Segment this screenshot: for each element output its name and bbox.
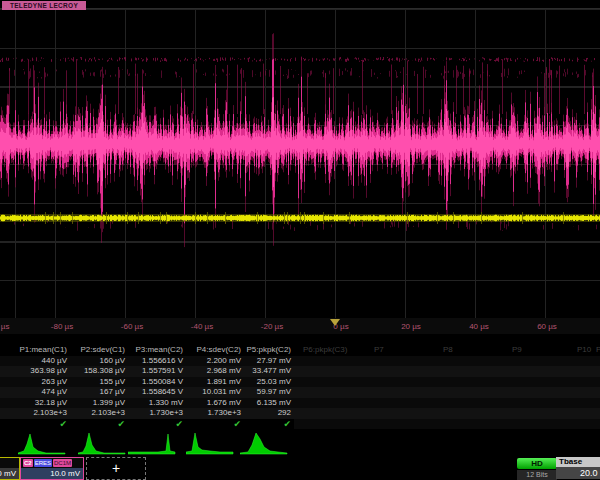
- table-cell: 1.557591 V: [128, 366, 186, 377]
- timeline-tick-label: 20 µs: [381, 322, 441, 331]
- timeline-tick-label: 40 µs: [449, 322, 509, 331]
- bit-depth-label: 12 Bits: [517, 470, 557, 480]
- table-cell: 1.676 mV: [186, 398, 244, 409]
- timebase-title: Tbase: [556, 457, 600, 467]
- table-cell: ✔: [0, 419, 70, 430]
- table-cell: 32.18 µV: [0, 398, 70, 409]
- table-cell: 2.103e+3: [0, 408, 70, 419]
- inactive-param-header[interactable]: P7: [374, 345, 384, 354]
- descriptor-bar: C1 DC1M 10.0 mV C2 ERES DC1M 10.0 mV +: [0, 456, 600, 480]
- table-cell: 1.556616 V: [128, 356, 186, 367]
- table-cell[interactable]: P3:mean(C2): [128, 345, 186, 356]
- waveform-canvas: [0, 0, 600, 318]
- table-cell: 1.330 mV: [128, 398, 186, 409]
- timeline-tick-label: 0 µs: [311, 322, 371, 331]
- inactive-param-header[interactable]: P10: [577, 345, 591, 354]
- table-cell: 27.97 mV: [244, 356, 294, 367]
- timeline-ruler: -100 µs-80 µs-60 µs-40 µs-20 µs0 µs20 µs…: [0, 318, 600, 334]
- parameter-histicon[interactable]: [240, 430, 288, 456]
- table-cell: 1.558645 V: [128, 387, 186, 398]
- channel-c2-descriptor[interactable]: C2 ERES DC1M 10.0 mV: [20, 457, 84, 480]
- parameter-histicon[interactable]: [186, 430, 234, 456]
- table-row: 2.103e+32.103e+31.730e+31.730e+3292: [0, 408, 600, 419]
- table-cell: 363.98 µV: [0, 366, 70, 377]
- parameter-histicon[interactable]: [18, 430, 66, 456]
- table-cell[interactable]: P2:sdev(C1): [70, 345, 128, 356]
- table-cell: 10.031 mV: [186, 387, 244, 398]
- table-cell: ✔: [186, 419, 244, 430]
- timeline-tick-label: -40 µs: [172, 322, 232, 331]
- table-row: 474 µV167 µV1.558645 V10.031 mV59.97 mV: [0, 387, 600, 398]
- table-cell: 1.891 mV: [186, 377, 244, 388]
- table-status-row: ✔✔✔✔✔: [0, 419, 600, 430]
- channel-c1-descriptor[interactable]: C1 DC1M 10.0 mV: [0, 457, 20, 480]
- inactive-param-header[interactable]: P9: [512, 345, 522, 354]
- c2-vdiv-value: 10.0 mV: [21, 468, 83, 479]
- hd-mode-badge[interactable]: HD: [517, 458, 557, 469]
- plus-icon: +: [87, 458, 145, 479]
- table-cell: 474 µV: [0, 387, 70, 398]
- c1-vdiv-value: 10.0 mV: [0, 468, 19, 479]
- parameter-histicon[interactable]: [78, 430, 126, 456]
- histicon-row: [0, 430, 600, 456]
- table-cell: 1.550084 V: [128, 377, 186, 388]
- c2-coupling-badge: DC1M: [53, 459, 72, 467]
- timebase-descriptor[interactable]: Tbase 20.0 µs/div: [556, 457, 600, 479]
- table-cell: ✔: [128, 419, 186, 430]
- table-row: 363.98 µV158.308 µV1.557591 V2.968 mV33.…: [0, 366, 600, 377]
- table-header-row: P1:mean(C1)P2:sdev(C1)P3:mean(C2)P4:sdev…: [0, 345, 600, 356]
- c2-label: C2: [23, 459, 33, 467]
- inactive-param-header[interactable]: P6:pkpk(C3): [303, 345, 347, 354]
- table-row: 263 µV155 µV1.550084 V1.891 mV25.03 mV: [0, 377, 600, 388]
- inactive-param-header[interactable]: P8: [443, 345, 453, 354]
- table-cell: 33.477 mV: [244, 366, 294, 377]
- table-cell: 167 µV: [70, 387, 128, 398]
- table-cell[interactable]: P5:pkpk(C2): [244, 345, 294, 356]
- oscilloscope-screen: TELEDYNE LECROY -100 µs-80 µs-60 µs-40 µ…: [0, 0, 600, 480]
- c2-eres-badge: ERES: [34, 459, 52, 467]
- add-trace-box[interactable]: +: [86, 457, 146, 480]
- inactive-param-header[interactable]: P11: [596, 345, 600, 354]
- table-cell: ✔: [244, 419, 294, 430]
- timeline-tick-label: -60 µs: [102, 322, 162, 331]
- table-row: 440 µV160 µV1.556616 V2.200 mV27.97 mV: [0, 356, 600, 367]
- timeline-tick-label: -20 µs: [242, 322, 302, 331]
- table-cell: 1.399 µV: [70, 398, 128, 409]
- table-cell: 2.968 mV: [186, 366, 244, 377]
- measurement-table: P1:mean(C1)P2:sdev(C1)P3:mean(C2)P4:sdev…: [0, 345, 600, 429]
- table-cell: 440 µV: [0, 356, 70, 367]
- table-row: 32.18 µV1.399 µV1.330 mV1.676 mV6.135 mV: [0, 398, 600, 409]
- table-cell: 2.103e+3: [70, 408, 128, 419]
- table-cell[interactable]: P1:mean(C1): [0, 345, 70, 356]
- table-cell[interactable]: P4:sdev(C2): [186, 345, 244, 356]
- table-cell: 160 µV: [70, 356, 128, 367]
- parameter-histicon[interactable]: [128, 430, 176, 456]
- table-cell: 158.308 µV: [70, 366, 128, 377]
- table-cell: 25.03 mV: [244, 377, 294, 388]
- table-cell: 59.97 mV: [244, 387, 294, 398]
- timeline-tick-label: 60 µs: [517, 322, 577, 331]
- timebase-value: 20.0 µs/div: [556, 467, 600, 479]
- table-cell: 155 µV: [70, 377, 128, 388]
- timeline-tick-label: -80 µs: [32, 322, 92, 331]
- table-cell: 6.135 mV: [244, 398, 294, 409]
- table-cell: 1.730e+3: [128, 408, 186, 419]
- brand-logo: TELEDYNE LECROY: [2, 1, 86, 10]
- trigger-position-marker[interactable]: [330, 319, 340, 326]
- timeline-tick-label: -100 µs: [0, 322, 26, 331]
- table-cell: ✔: [70, 419, 128, 430]
- table-cell: 2.200 mV: [186, 356, 244, 367]
- table-cell: 1.730e+3: [186, 408, 244, 419]
- table-cell: 263 µV: [0, 377, 70, 388]
- table-cell: 292: [244, 408, 294, 419]
